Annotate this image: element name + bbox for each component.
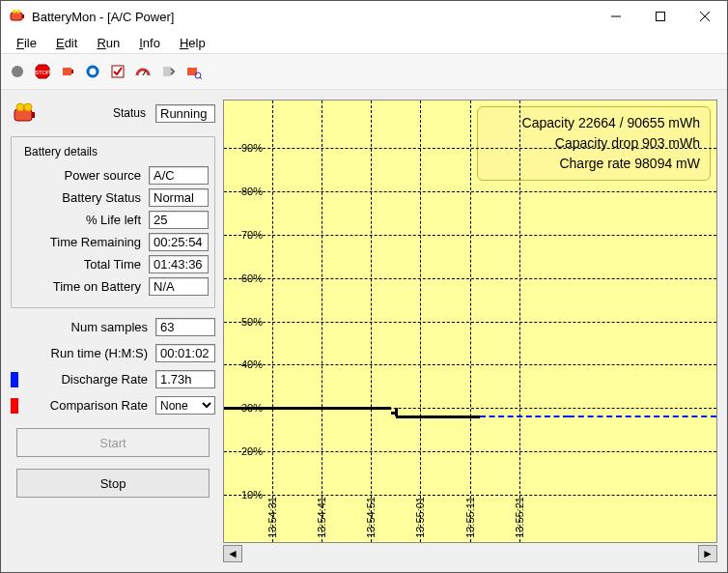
svg-rect-0	[11, 13, 22, 20]
y-tick-label: 80%	[241, 186, 263, 197]
svg-point-23	[16, 103, 24, 111]
minimize-button[interactable]	[594, 1, 638, 32]
menu-help[interactable]: Help	[170, 34, 215, 52]
comparison-rate-label: Comparison Rate	[24, 398, 152, 413]
x-tick-label: 13:55:21	[514, 497, 525, 538]
client-area: Status Running Battery details Power sou…	[1, 90, 727, 572]
battery-status-value: Normal	[149, 188, 209, 207]
chart-series-measured	[272, 407, 391, 410]
comparison-swatch	[11, 398, 18, 414]
time-on-battery-label: Time on Battery	[17, 279, 145, 294]
status-label: Status	[42, 106, 152, 120]
chart-panel: Capacity 22664 / 90655 mWh Capacity drop…	[223, 100, 717, 562]
svg-rect-5	[657, 13, 665, 21]
left-panel: Status Running Battery details Power sou…	[11, 100, 215, 562]
x-tick-label: 13:54:51	[365, 497, 377, 538]
time-on-battery-value: N/A	[149, 277, 209, 296]
num-samples-value: 63	[155, 318, 215, 336]
titlebar: BatteryMon - [A/C Power]	[1, 1, 727, 32]
chart-scrollbar[interactable]: ◄ ►	[223, 545, 717, 562]
y-tick-label: 60%	[241, 272, 263, 284]
total-time-label: Total Time	[17, 257, 145, 272]
menu-run[interactable]: Run	[87, 34, 129, 52]
battery-details-legend: Battery details	[21, 145, 100, 158]
chart-info-box: Capacity 22664 / 90655 mWh Capacity drop…	[477, 106, 711, 181]
gauge-icon[interactable]	[130, 59, 155, 84]
close-button[interactable]	[683, 1, 727, 32]
num-samples-label: Num samples	[11, 320, 152, 334]
svg-rect-22	[32, 112, 35, 118]
chart-series-measured	[396, 415, 480, 418]
discharge-swatch	[11, 372, 18, 387]
run-time-label: Run time (H:M:S)	[11, 346, 152, 360]
y-tick-label: 20%	[241, 445, 263, 457]
scroll-right-icon[interactable]: ►	[698, 545, 717, 562]
svg-line-16	[143, 71, 146, 75]
svg-point-8	[12, 66, 23, 77]
scroll-track[interactable]	[242, 545, 698, 562]
gear-icon[interactable]	[80, 59, 105, 84]
export-icon[interactable]	[155, 59, 181, 84]
menu-file[interactable]: File	[7, 34, 46, 52]
status-value: Running	[155, 104, 215, 123]
svg-rect-11	[63, 68, 71, 75]
discharge-rate-label: Discharge Rate	[24, 372, 152, 387]
y-tick-label: 10%	[241, 489, 263, 501]
scroll-left-icon[interactable]: ◄	[223, 545, 242, 562]
x-tick-label: 13:55:01	[414, 497, 426, 538]
y-tick-label: 90%	[241, 142, 263, 154]
svg-point-2	[13, 10, 16, 14]
record-icon[interactable]	[5, 59, 30, 84]
svg-point-24	[24, 103, 32, 111]
power-source-value: A/C	[149, 166, 209, 185]
svg-rect-12	[71, 70, 73, 73]
time-remaining-label: Time Remaining	[17, 235, 145, 249]
menu-edit[interactable]: Edit	[46, 34, 87, 52]
svg-rect-1	[22, 14, 24, 18]
life-left-value: 25	[149, 211, 209, 229]
battery-details-group: Battery details Power sourceA/C Battery …	[11, 136, 215, 308]
y-tick-label: 50%	[241, 316, 263, 328]
svg-rect-17	[163, 67, 171, 76]
maximize-button[interactable]	[638, 1, 683, 32]
menubar: File Edit Run Info Help	[1, 32, 727, 53]
battery-status-label: Battery Status	[17, 190, 145, 205]
battery-large-icon	[11, 100, 38, 127]
total-time-value: 01:43:36	[149, 255, 209, 273]
svg-text:STOP: STOP	[35, 70, 50, 75]
discharge-rate-value: 1.73h	[155, 370, 215, 388]
window-title: BatteryMon - [A/C Power]	[32, 10, 594, 24]
stop-button[interactable]: Stop	[16, 469, 210, 498]
check-icon[interactable]	[105, 59, 130, 84]
menu-info[interactable]: Info	[129, 34, 170, 52]
toolbar: STOP	[1, 53, 727, 90]
app-icon	[9, 8, 26, 25]
y-tick-label: 70%	[241, 229, 263, 241]
run-time-value: 00:01:02	[155, 344, 215, 362]
chart-series-projection	[480, 415, 569, 417]
app-window: BatteryMon - [A/C Power] File Edit Run I…	[0, 0, 728, 573]
start-button[interactable]: Start	[16, 428, 210, 457]
battery-icon[interactable]	[55, 59, 80, 84]
svg-line-20	[200, 77, 202, 79]
y-tick-label: 40%	[241, 358, 263, 370]
stop-icon[interactable]: STOP	[30, 59, 55, 84]
x-tick-label: 13:54:31	[266, 497, 278, 538]
svg-point-3	[16, 10, 20, 14]
time-remaining-value: 00:25:54	[149, 233, 209, 251]
chart-canvas: Capacity 22664 / 90655 mWh Capacity drop…	[223, 100, 717, 543]
svg-point-14	[91, 70, 95, 73]
x-tick-label: 13:54:41	[316, 497, 327, 538]
x-tick-label: 13:55:11	[464, 497, 476, 538]
scan-icon[interactable]	[181, 59, 206, 84]
power-source-label: Power source	[17, 168, 145, 183]
life-left-label: % Life left	[17, 213, 145, 227]
comparison-rate-select[interactable]: None	[155, 396, 215, 415]
